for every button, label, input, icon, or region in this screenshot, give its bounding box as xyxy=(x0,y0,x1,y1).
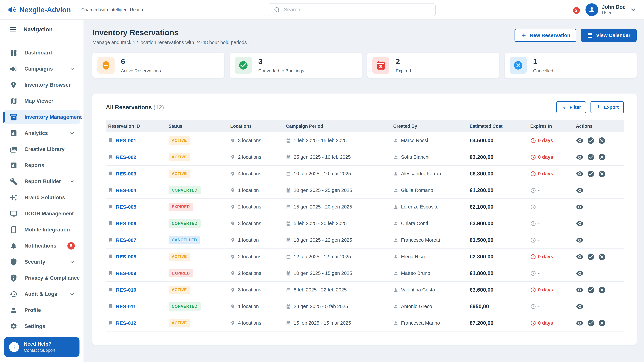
info-icon xyxy=(9,342,19,352)
avatar[interactable] xyxy=(586,3,598,16)
sidebar-item-campaigns[interactable]: Campaigns xyxy=(4,62,80,76)
hamburger-icon[interactable] xyxy=(10,26,16,33)
calendar-icon xyxy=(286,304,291,309)
sidebar-item-profile[interactable]: Profile xyxy=(4,303,80,317)
reservation-id-link[interactable]: RES-006 xyxy=(116,221,136,226)
reservations-table: Reservation IDStatusLocationsCampaign Pe… xyxy=(106,120,624,332)
sidebar-nav: DashboardCampaignsInventory BrowserMap V… xyxy=(0,39,84,332)
help-card[interactable]: Need Help? Contact Support xyxy=(4,337,80,357)
sidebar-item-notifications[interactable]: Notifications5 xyxy=(4,239,80,253)
locations-text: 2 locations xyxy=(238,204,261,210)
reservation-id-link[interactable]: RES-002 xyxy=(116,154,136,160)
status-badge: ACTIVE xyxy=(168,170,190,178)
reservation-id-link[interactable]: RES-007 xyxy=(116,237,136,243)
map-pin-icon xyxy=(230,304,235,309)
stat-label: Cancelled xyxy=(533,68,553,73)
reservation-id-link[interactable]: RES-005 xyxy=(116,204,136,210)
created-by-text: Chiara Conti xyxy=(401,221,428,226)
filter-icon xyxy=(562,105,567,110)
reservation-id-link[interactable]: RES-008 xyxy=(116,254,136,260)
cancel-action-button[interactable] xyxy=(598,153,606,161)
sidebar-item-mobile-integration[interactable]: Mobile Integration xyxy=(4,223,80,237)
sidebar-item-security[interactable]: Security xyxy=(4,255,80,269)
view-action-button[interactable] xyxy=(576,270,584,277)
sidebar-item-audit-logs[interactable]: Audit & Logs xyxy=(4,287,80,301)
export-button[interactable]: Export xyxy=(590,101,624,113)
monitor-icon xyxy=(10,210,18,218)
view-action-button[interactable] xyxy=(576,153,584,161)
confirm-action-button[interactable] xyxy=(587,153,595,161)
sidebar-item-privacy-compliance[interactable]: Privacy & Compliance xyxy=(4,271,80,285)
view-action-button[interactable] xyxy=(576,220,584,227)
sidebar-item-map-viewer[interactable]: Map Viewer xyxy=(4,94,80,108)
confirm-action-button[interactable] xyxy=(587,319,595,327)
eye-icon xyxy=(576,187,584,194)
wrench-icon xyxy=(10,178,18,185)
view-action-button[interactable] xyxy=(576,187,584,194)
cancel-action-button[interactable] xyxy=(598,253,606,261)
table-row-res-011: RES-011CONVERTED1 location28 gen 2025 - … xyxy=(106,298,624,315)
user-role: User xyxy=(602,10,626,15)
stat-label: Active Reservations xyxy=(121,68,161,73)
sidebar-item-reports[interactable]: Reports xyxy=(4,159,80,172)
eye-icon xyxy=(576,170,584,178)
sidebar-item-creative-library[interactable]: Creative Library xyxy=(4,142,80,156)
sidebar-item-label: Analytics xyxy=(24,130,48,136)
chevron-down-icon[interactable] xyxy=(630,6,636,13)
view-action-button[interactable] xyxy=(576,303,584,310)
expires-in-text: 0 days xyxy=(538,320,553,326)
sidebar-item-inventory-browser[interactable]: Inventory Browser xyxy=(4,78,80,92)
new-reservation-button[interactable]: New Reservation xyxy=(514,29,576,42)
status-badge: CONVERTED xyxy=(168,302,200,311)
status-badge: EXPIRED xyxy=(168,203,193,211)
ellipsis-circle-icon xyxy=(98,57,114,74)
expires-in-text: - xyxy=(538,237,540,243)
confirm-action-button[interactable] xyxy=(587,253,595,261)
estimated-cost: €3.200,00 xyxy=(470,154,494,160)
sidebar-item-label: Profile xyxy=(24,307,41,313)
bookmark-icon xyxy=(108,304,113,309)
view-action-button[interactable] xyxy=(576,236,584,244)
confirm-action-button[interactable] xyxy=(587,170,595,178)
view-action-button[interactable] xyxy=(576,286,584,294)
sidebar-item-dooh-management[interactable]: DOOH Management xyxy=(4,207,80,221)
x-circle-icon xyxy=(598,286,606,294)
reservation-id-link[interactable]: RES-001 xyxy=(116,138,136,143)
sidebar-title: Navigation xyxy=(24,26,53,33)
confirm-action-button[interactable] xyxy=(587,286,595,294)
eye-icon xyxy=(576,270,584,277)
chevron-down-icon xyxy=(70,292,75,297)
cancel-action-button[interactable] xyxy=(598,170,606,178)
stat-value: 6 xyxy=(121,57,161,66)
global-search[interactable] xyxy=(269,3,436,16)
reservation-id-link[interactable]: RES-004 xyxy=(116,188,136,193)
cancel-action-button[interactable] xyxy=(598,137,606,144)
sidebar-item-inventory-management[interactable]: Inventory Management xyxy=(4,110,80,124)
view-action-button[interactable] xyxy=(576,319,584,327)
reservation-id-link[interactable]: RES-011 xyxy=(116,304,136,309)
filter-button[interactable]: Filter xyxy=(556,101,586,113)
sidebar-item-report-builder[interactable]: Report Builder xyxy=(4,175,80,188)
reservation-id-link[interactable]: RES-012 xyxy=(116,320,136,326)
brand: Nexgile-Advion Charged with Intelligent … xyxy=(8,5,143,14)
cancel-action-button[interactable] xyxy=(598,319,606,327)
reservation-id-link[interactable]: RES-009 xyxy=(116,271,136,276)
view-action-button[interactable] xyxy=(576,137,584,144)
view-calendar-button[interactable]: View Calendar xyxy=(581,29,636,42)
sidebar-item-dashboard[interactable]: Dashboard xyxy=(4,46,80,60)
sidebar-item-settings[interactable]: Settings xyxy=(4,320,80,332)
view-action-button[interactable] xyxy=(576,170,584,178)
estimated-cost: €2.100,00 xyxy=(470,204,494,210)
cancel-action-button[interactable] xyxy=(598,286,606,294)
brand-divider xyxy=(76,5,76,14)
search-input[interactable] xyxy=(284,7,431,13)
sidebar-item-analytics[interactable]: Analytics xyxy=(4,126,80,140)
view-action-button[interactable] xyxy=(576,203,584,211)
reservation-id-link[interactable]: RES-010 xyxy=(116,287,136,293)
reservation-id-link[interactable]: RES-003 xyxy=(116,171,136,177)
confirm-action-button[interactable] xyxy=(587,137,595,144)
created-by-text: Matteo Bruno xyxy=(401,271,430,276)
view-action-button[interactable] xyxy=(576,253,584,261)
sidebar-item-brand-solutions[interactable]: Brand Solutions xyxy=(4,191,80,204)
expires-in-text: 0 days xyxy=(538,287,553,293)
